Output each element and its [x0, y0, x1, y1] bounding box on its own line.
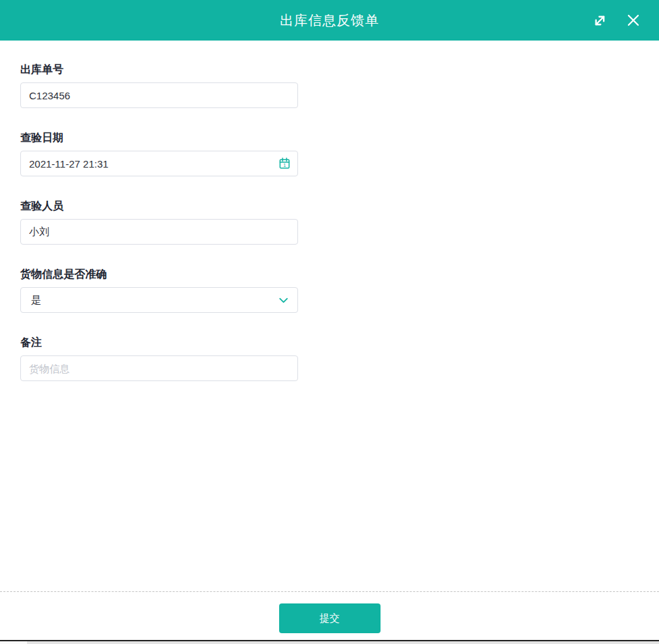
dialog-footer: 提交 — [0, 591, 659, 640]
selected-value: 是 — [31, 294, 41, 307]
inspector-label: 查验人员 — [20, 199, 298, 212]
field-inspection-date: 查验日期 1 — [20, 131, 298, 176]
scrollbar-corner — [0, 641, 27, 644]
calendar-icon[interactable]: 1 — [278, 157, 291, 170]
feedback-form-dialog: 出库信息反馈单 出库单号 — [0, 0, 659, 644]
expand-icon[interactable] — [591, 12, 608, 28]
inspection-date-input[interactable] — [20, 151, 298, 176]
chevron-down-icon — [278, 295, 289, 306]
cargo-info-accurate-label: 货物信息是否准确 — [20, 268, 298, 280]
cargo-info-accurate-select[interactable]: 是 — [20, 287, 298, 313]
remarks-input[interactable] — [20, 355, 298, 381]
field-outbound-order-no: 出库单号 — [20, 63, 298, 108]
inspector-input[interactable] — [20, 219, 298, 245]
dialog-header: 出库信息反馈单 — [0, 0, 659, 41]
field-remarks: 备注 — [20, 336, 298, 381]
svg-text:1: 1 — [283, 162, 286, 168]
field-inspector: 查验人员 — [20, 199, 298, 245]
dialog-title: 出库信息反馈单 — [280, 11, 379, 30]
window-bottom-edge — [0, 640, 659, 644]
header-icons — [591, 0, 641, 41]
inspection-date-label: 查验日期 — [20, 131, 298, 144]
field-cargo-info-accurate: 货物信息是否准确 是 — [20, 268, 298, 313]
outbound-order-no-label: 出库单号 — [20, 63, 298, 76]
submit-button[interactable]: 提交 — [279, 603, 381, 633]
form-body: 出库单号 查验日期 1 查验人员 — [0, 41, 659, 591]
close-icon[interactable] — [625, 12, 641, 28]
outbound-order-no-input[interactable] — [20, 82, 298, 108]
remarks-label: 备注 — [20, 336, 298, 349]
